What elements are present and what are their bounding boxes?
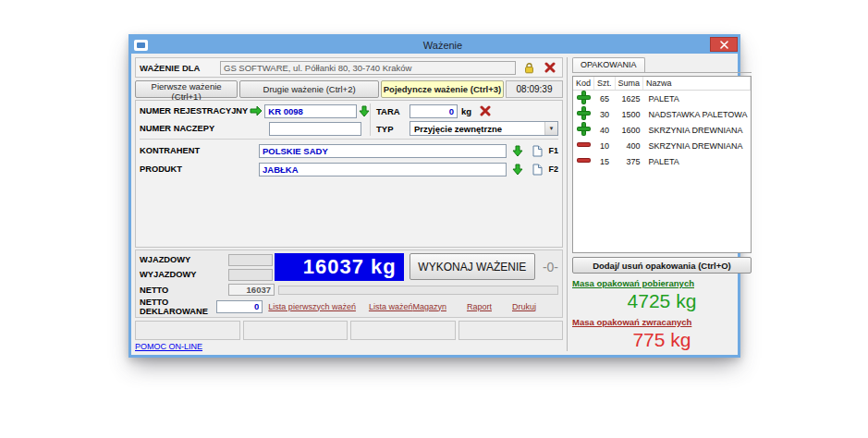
add-remove-packaging-button[interactable]: Dodaj/ usuń opakowania (Ctrl+O) xyxy=(572,257,752,274)
close-button[interactable] xyxy=(710,37,738,52)
wyjazdowy-input xyxy=(228,269,273,281)
minus-icon xyxy=(578,139,590,151)
table-row[interactable]: 40 1600 SKRZYNIA DREWNIANA xyxy=(573,122,750,138)
netto-deklarowane-input[interactable] xyxy=(216,300,263,313)
chevron-down-icon[interactable]: ▼ xyxy=(544,122,557,135)
tab-drugie-wazenie[interactable]: Drugie ważenie (Ctrl+2) xyxy=(239,80,379,98)
lista-pierwszych-wazen-link[interactable]: Lista pierwszych ważeń xyxy=(268,302,356,311)
green-right-arrow-icon[interactable] xyxy=(250,103,263,118)
action-links: Lista pierwszych ważeń Lista ważeń Magaz… xyxy=(268,302,558,311)
produkt-fkey-label: F2 xyxy=(548,164,558,174)
numer-naczepy-label: NUMER NACZEPY xyxy=(140,124,249,133)
minus-icon xyxy=(578,154,590,166)
clock-display: 08:09:39 xyxy=(506,80,563,98)
weight-display: 16037 kg xyxy=(275,253,404,281)
masa-zwracane-value: 775 kg xyxy=(572,329,752,351)
wykonaj-wazenie-button[interactable]: WYKONAJ WAŻENIE xyxy=(410,253,535,280)
packaging-table-header: Kod Szt. Suma Nazwa xyxy=(573,77,750,91)
numer-rejestracyjny-input[interactable] xyxy=(264,104,357,118)
rejestracyjny-down-arrow-icon[interactable] xyxy=(359,103,370,118)
plus-icon xyxy=(578,91,590,103)
plus-icon xyxy=(578,123,590,135)
col-szt: Szt. xyxy=(594,77,616,91)
status-cell-4 xyxy=(458,321,564,340)
numer-naczepy-input[interactable] xyxy=(269,122,361,136)
col-suma: Suma xyxy=(615,77,643,91)
produkt-input[interactable] xyxy=(259,163,507,176)
masa-pobierane-value: 4725 kg xyxy=(572,290,752,312)
produkt-down-arrow-icon[interactable] xyxy=(509,162,526,176)
kontrahent-label: KONTRAHENT xyxy=(140,146,256,155)
wyjazdowy-label: WYJAZDOWY xyxy=(140,270,228,279)
weight-results-section: WJAZDOWY WYJAZDOWY 16037 kg WYKONAJ WAŻE… xyxy=(135,249,563,318)
kontrahent-fkey-label: F1 xyxy=(548,146,558,155)
naczepy-spacer xyxy=(251,121,267,136)
raport-link[interactable]: Raport xyxy=(467,302,492,311)
lock-icon[interactable] xyxy=(520,60,537,75)
clear-tara-icon[interactable] xyxy=(477,103,494,118)
lista-wazen-link[interactable]: Lista ważeń xyxy=(369,302,413,311)
kontrahent-document-icon[interactable] xyxy=(529,143,545,158)
drukuj-link[interactable]: Drukuj xyxy=(512,302,536,311)
weighing-form: NUMER REJESTRACYJNY NUMER NACZEPY xyxy=(135,100,563,248)
typ-select[interactable]: Przyjęcie zewnętrzne ▼ xyxy=(410,121,558,136)
netto-label: NETTO xyxy=(140,286,228,295)
window-content: WAŻENIE DLA Pierwsze ważenie (Ctrl+1) Dr… xyxy=(131,54,738,355)
packaging-panel: OPAKOWANIA Kod Szt. Suma Nazwa xyxy=(567,57,752,351)
tab-pojedyncze-wazenie[interactable]: Pojedyncze ważenie (Ctrl+3) xyxy=(381,80,504,98)
status-cell-2 xyxy=(243,321,348,340)
wazenie-window: Ważenie WAŻENIE DLA Pierwsze ważenie (Ct… xyxy=(128,34,740,358)
tab-opakowania[interactable]: OPAKOWANIA xyxy=(572,57,645,72)
numer-rejestracyjny-label: NUMER REJESTRACYJNY xyxy=(140,106,248,116)
typ-label: TYP xyxy=(376,124,408,134)
tara-unit-label: kg xyxy=(461,106,471,116)
wazenie-dla-section: WAŻENIE DLA xyxy=(135,57,563,78)
wazenie-dla-label: WAŻENIE DLA xyxy=(140,63,215,73)
wjazdowy-input xyxy=(228,254,273,266)
produkt-label: PRODUKT xyxy=(140,164,256,174)
tab-pierwsze-wazenie[interactable]: Pierwsze ważenie (Ctrl+1) xyxy=(135,80,238,98)
packaging-list: Kod Szt. Suma Nazwa 65 1625 PALETA xyxy=(572,76,752,253)
weighing-mode-tabs: Pierwsze ważenie (Ctrl+1) Drugie ważenie… xyxy=(135,80,563,98)
status-cell-1 xyxy=(135,321,240,340)
packaging-tabstrip: OPAKOWANIA xyxy=(572,57,752,73)
kontrahent-down-arrow-icon[interactable] xyxy=(509,143,526,158)
tara-input[interactable] xyxy=(410,104,458,118)
table-row[interactable]: 65 1625 PALETA xyxy=(573,91,750,107)
netto-indicator-bar xyxy=(278,286,558,295)
clear-wazenie-dla-icon[interactable] xyxy=(542,60,558,75)
magazyn-link[interactable]: Magazyn xyxy=(412,302,446,311)
col-nazwa: Nazwa xyxy=(643,77,751,91)
status-cell-3 xyxy=(350,321,456,340)
produkt-document-icon[interactable] xyxy=(529,162,545,176)
col-kod: Kod xyxy=(573,77,594,91)
table-row[interactable]: 15 375 PALETA xyxy=(573,153,750,169)
kontrahent-input[interactable] xyxy=(259,144,507,158)
wjazdowy-label: WJAZDOWY xyxy=(140,255,228,264)
pomoc-online-link[interactable]: POMOC ON-LINE xyxy=(135,342,218,351)
zero-indicator: -0- xyxy=(543,260,558,274)
weighing-panel: WAŻENIE DLA Pierwsze ważenie (Ctrl+1) Dr… xyxy=(135,57,563,351)
masa-zwracane-label: Masa opakowań zwracanych xyxy=(572,317,752,327)
tara-label: TARA xyxy=(376,106,408,116)
table-row[interactable]: 10 400 SKRZYNIA DREWNIANA xyxy=(573,138,750,153)
window-title: Ważenie xyxy=(148,40,738,51)
app-icon xyxy=(134,40,148,51)
plus-icon xyxy=(578,107,590,119)
typ-selected-value: Przyjęcie zewnętrzne xyxy=(410,124,544,134)
close-icon xyxy=(720,41,728,49)
wazenie-dla-input[interactable] xyxy=(220,61,516,75)
netto-input xyxy=(228,284,275,296)
status-bar xyxy=(135,321,563,340)
titlebar: Ważenie xyxy=(131,37,738,54)
netto-deklarowane-label: NETTO DEKLAROWANE xyxy=(140,298,216,316)
table-row[interactable]: 30 1500 NADSTAWKA PALETOWA xyxy=(573,106,750,122)
masa-pobierane-label: Masa opakowań pobieranych xyxy=(572,278,752,288)
